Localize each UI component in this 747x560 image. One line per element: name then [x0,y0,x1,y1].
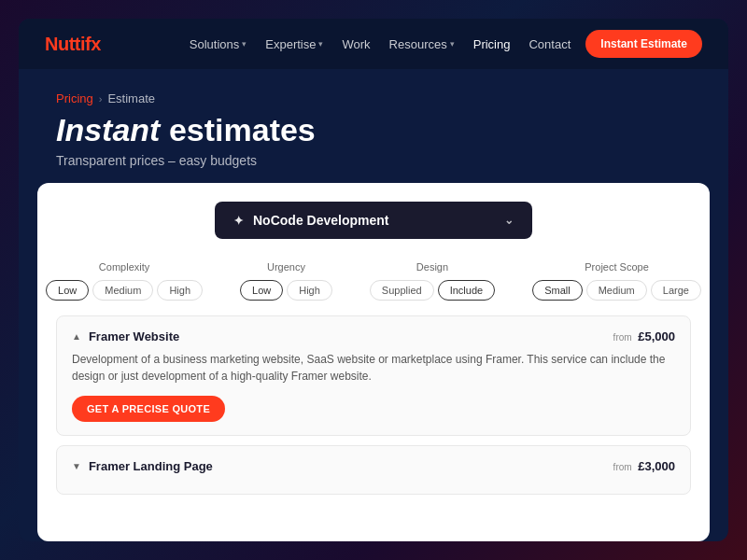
dropdown-chevron-icon: ⌄ [504,214,514,227]
expand-icon[interactable]: ▼ [72,461,81,471]
nocode-icon: ✦ [233,214,244,228]
complexity-medium-button[interactable]: Medium [92,280,153,301]
complexity-low-button[interactable]: Low [46,280,89,301]
urgency-label: Urgency [267,261,305,273]
get-precise-quote-button[interactable]: GET A PRECISE QUOTE [72,396,225,422]
nav-expertise[interactable]: Expertise ▾ [265,37,323,51]
service-item-framer-landing: ▼ Framer Landing Page from £3,000 [56,445,691,495]
complexity-label: Complexity [99,261,149,273]
design-filter: Design Supplied Include [370,261,495,301]
page-title: Instant estimates [56,113,691,147]
breadcrumb-pricing[interactable]: Pricing [56,91,93,105]
service-description: Development of a business marketing webs… [72,351,675,385]
nav-work[interactable]: Work [342,37,370,51]
logo-highlight: x [91,34,101,54]
logo-text: Nuttif [45,34,91,54]
urgency-high-button[interactable]: High [287,280,332,301]
service-list: ▲ Framer Website from £5,000 Development… [37,315,710,495]
scope-large-button[interactable]: Large [651,280,701,301]
scope-filter: Project Scope Small Medium Large [532,261,701,301]
dropdown-row: ✦ NoCode Development ⌄ [37,183,710,254]
urgency-filter: Urgency Low High [240,261,332,301]
navbar: Nuttifx Solutions ▾ Expertise ▾ Work Res… [19,19,728,69]
chevron-down-icon: ▾ [450,39,455,49]
breadcrumb-separator: › [99,93,103,105]
chevron-down-icon: ▾ [242,39,247,49]
breadcrumb-current: Estimate [107,91,155,105]
scope-label: Project Scope [585,261,648,273]
nav-resources[interactable]: Resources ▾ [389,37,455,51]
nav-pricing[interactable]: Pricing [473,37,511,51]
nav-solutions[interactable]: Solutions ▾ [190,37,247,51]
service-price: from £5,000 [613,329,675,343]
complexity-filter: Complexity Low Medium High [46,261,203,301]
collapse-icon[interactable]: ▲ [72,331,81,342]
service-item-framer-website: ▲ Framer Website from £5,000 Development… [56,315,691,436]
complexity-high-button[interactable]: High [157,280,203,301]
nav-contact[interactable]: Contact [529,37,571,51]
scope-small-button[interactable]: Small [532,280,583,301]
chevron-down-icon: ▾ [318,39,323,49]
hero-section: Pricing › Estimate Instant estimates Tra… [19,69,728,183]
logo[interactable]: Nuttifx [45,34,101,55]
service-title: Framer Website [89,329,179,343]
service-title: Framer Landing Page [89,459,213,473]
design-supplied-button[interactable]: Supplied [370,280,434,301]
nav-links: Solutions ▾ Expertise ▾ Work Resources ▾… [190,37,571,51]
design-label: Design [416,261,448,273]
app-window: Nuttifx Solutions ▾ Expertise ▾ Work Res… [19,19,728,541]
urgency-low-button[interactable]: Low [240,280,283,301]
filter-bar: Complexity Low Medium High Urgency Low H… [37,254,710,315]
design-include-button[interactable]: Include [438,280,495,301]
breadcrumb: Pricing › Estimate [56,91,691,105]
category-dropdown[interactable]: ✦ NoCode Development ⌄ [215,202,532,239]
hero-subtitle: Transparent prices – easy budgets [56,153,691,168]
service-price: from £3,000 [613,459,675,473]
scope-medium-button[interactable]: Medium [586,280,647,301]
instant-estimate-button[interactable]: Instant Estimate [585,30,702,58]
pricing-card: ✦ NoCode Development ⌄ Complexity Low Me… [37,183,710,541]
dropdown-label: NoCode Development [253,213,388,228]
